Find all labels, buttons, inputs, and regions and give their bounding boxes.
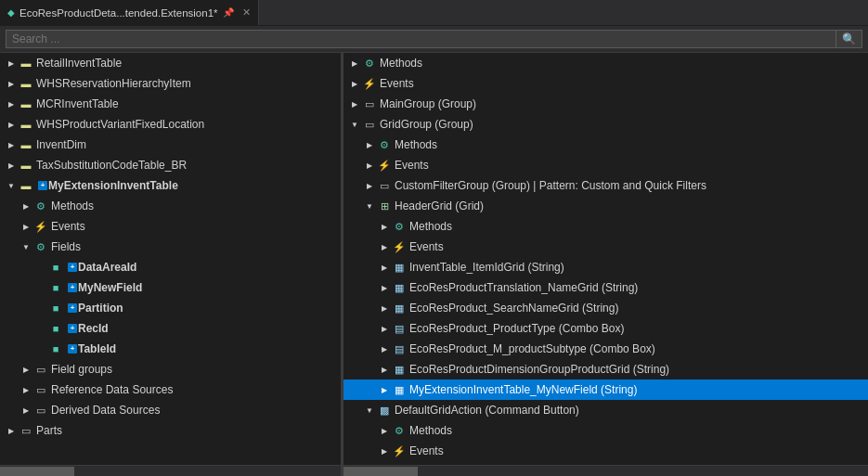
tree-item[interactable]: ▦EcoResProduct_SearchNameGrid (String) <box>343 298 868 318</box>
search-button[interactable]: 🔍 <box>836 30 862 48</box>
methods-icon: ⚙ <box>362 56 377 71</box>
tree-item[interactable]: ▬TaxSubstitutionCodeTable_BR <box>0 155 341 175</box>
group-icon: ▭ <box>377 178 392 193</box>
tree-item[interactable]: ▭MainGroup (Group) <box>343 94 868 114</box>
expand-button[interactable] <box>4 137 19 152</box>
tree-item[interactable]: ▬WHSReservationHierarchyItem <box>0 73 341 94</box>
tree-item[interactable]: ⚡Events <box>343 73 868 94</box>
tree-item[interactable]: ■+RecId <box>0 318 341 339</box>
expand-button[interactable] <box>19 199 33 213</box>
item-label: MCRInventTable <box>36 97 119 110</box>
events-icon: ⚡ <box>362 76 377 91</box>
item-label: Events <box>51 220 85 233</box>
tree-item[interactable]: ⊞HeaderGrid (Grid) <box>343 196 868 216</box>
expand-button[interactable] <box>4 117 19 132</box>
tree-item[interactable]: ▦MyExtensionInventTable_MyNewField (Stri… <box>343 380 868 400</box>
expand-button[interactable] <box>377 444 392 458</box>
left-hscrollbar[interactable] <box>0 465 341 476</box>
expand-button[interactable] <box>4 96 19 111</box>
expand-button[interactable] <box>4 76 19 91</box>
expand-button[interactable] <box>377 382 392 397</box>
expand-button[interactable] <box>377 260 392 275</box>
expand-button[interactable] <box>347 56 362 71</box>
right-hscrollbar[interactable] <box>343 465 868 476</box>
expand-button[interactable] <box>377 341 392 356</box>
tree-item[interactable]: ⚡Events <box>343 441 868 461</box>
tab-close-button[interactable]: ✕ <box>242 6 251 19</box>
expand-button[interactable] <box>377 423 392 438</box>
expand-button[interactable] <box>19 239 33 254</box>
expand-button[interactable] <box>362 178 377 193</box>
item-label: TableId <box>78 342 116 355</box>
expand-button[interactable] <box>377 301 392 315</box>
expand-button[interactable] <box>347 76 362 91</box>
tree-item[interactable]: ▭GridGroup (Group) <box>343 114 868 135</box>
expand-button[interactable] <box>362 158 377 173</box>
item-label: EcoResProduct_ProductType (Combo Box) <box>409 322 624 335</box>
expand-button[interactable] <box>19 403 33 418</box>
methods-icon: ⚙ <box>377 137 392 152</box>
expand-button[interactable] <box>362 137 377 152</box>
expand-button[interactable] <box>347 117 362 132</box>
tree-item[interactable]: ▭Derived Data Sources <box>0 400 341 420</box>
item-label: Events <box>395 159 429 172</box>
item-label: Fields <box>51 240 81 253</box>
tree-item[interactable]: ⚡Events <box>0 216 341 237</box>
expand-button[interactable] <box>362 199 377 213</box>
tree-item[interactable]: ⚙Methods <box>343 135 868 155</box>
expand-button[interactable] <box>4 423 19 438</box>
tree-item[interactable]: ▤EcoResProduct_M_productSubtype (Combo B… <box>343 339 868 359</box>
plus-badge: + <box>68 303 77 313</box>
search-input[interactable] <box>6 30 836 48</box>
expand-button[interactable] <box>4 56 19 71</box>
tree-item[interactable]: ▬MCRInventTable <box>0 94 341 114</box>
tree-item[interactable]: ▬InventDim <box>0 135 341 155</box>
expand-button[interactable] <box>19 382 33 397</box>
tree-item[interactable]: ▦EcoResProductDimensionGroupProductGrid … <box>343 359 868 380</box>
expand-button[interactable] <box>377 280 392 295</box>
tree-item[interactable]: ▦InventTable_ItemIdGrid (String) <box>343 257 868 277</box>
left-hscrollbar-thumb[interactable] <box>0 467 74 476</box>
tree-item[interactable]: ■+DataAreaId <box>0 257 341 277</box>
tree-item[interactable]: ⚡Events <box>343 237 868 257</box>
tree-item[interactable]: ▩DefaultGridAction (Command Button) <box>343 400 868 420</box>
expand-button[interactable] <box>4 158 19 173</box>
expand-button[interactable] <box>377 321 392 336</box>
tree-item[interactable]: ▬+MyExtensionInventTable <box>0 175 341 196</box>
tree-item[interactable]: ■+MyNewField <box>0 277 341 298</box>
tree-item[interactable]: ⚙Fields <box>0 237 341 257</box>
tree-item[interactable]: ▬WHSProductVariantFixedLocation <box>0 114 341 135</box>
tab-pin-icon[interactable]: 📌 <box>223 7 234 18</box>
string-icon: ▦ <box>392 280 407 295</box>
tree-item[interactable]: ▬RetailInventTable <box>0 53 341 73</box>
expand-button[interactable] <box>4 178 19 193</box>
right-hscrollbar-thumb[interactable] <box>343 467 418 476</box>
expand-button[interactable] <box>362 403 377 418</box>
left-tree-scroll[interactable]: ▬RetailInventTable▬WHSReservationHierarc… <box>0 53 341 465</box>
tree-item[interactable]: ▦EcoResProductTranslation_NameGrid (Stri… <box>343 277 868 298</box>
expand-button[interactable] <box>347 96 362 111</box>
item-label: DataAreaId <box>78 261 136 274</box>
tree-item[interactable]: ▤EcoResProduct_ProductType (Combo Box) <box>343 318 868 339</box>
tree-item[interactable]: ▭CustomFilterGroup (Group) | Pattern: Cu… <box>343 175 868 196</box>
expand-button[interactable] <box>19 362 33 377</box>
active-tab[interactable]: ◆ EcoResProductDeta...tended.Extension1*… <box>0 0 259 25</box>
tree-item[interactable]: ■+TableId <box>0 339 341 359</box>
tree-item[interactable]: ▭Parts <box>0 420 341 441</box>
expand-button[interactable] <box>19 219 33 234</box>
group-icon: ▭ <box>362 117 377 132</box>
item-label: WHSProductVariantFixedLocation <box>36 118 204 131</box>
expand-button[interactable] <box>377 239 392 254</box>
tree-item[interactable]: ■+Partition <box>0 298 341 318</box>
tree-item[interactable]: ⚡Events <box>343 155 868 175</box>
tree-item[interactable]: ⚙Methods <box>343 420 868 441</box>
expand-button[interactable] <box>377 362 392 377</box>
tree-item[interactable]: ▭Reference Data Sources <box>0 380 341 400</box>
left-panel: ▬RetailInventTable▬WHSReservationHierarc… <box>0 53 343 476</box>
tree-item[interactable]: ▭Field groups <box>0 359 341 380</box>
expand-button[interactable] <box>377 219 392 234</box>
tree-item[interactable]: ⚙Methods <box>343 53 868 73</box>
right-tree-scroll[interactable]: ⚙Methods⚡Events▭MainGroup (Group)▭GridGr… <box>343 53 868 465</box>
tree-item[interactable]: ⚙Methods <box>343 216 868 237</box>
tree-item[interactable]: ⚙Methods <box>0 196 341 216</box>
